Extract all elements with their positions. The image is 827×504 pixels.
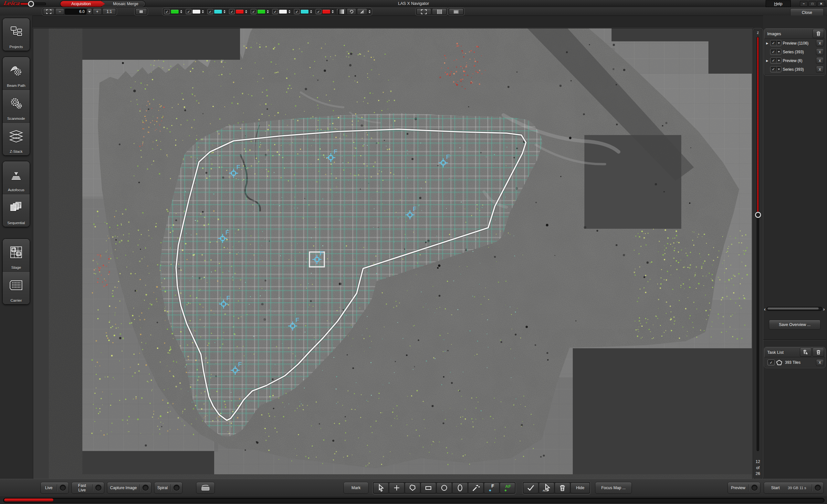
remove-image-button[interactable]: X [816, 57, 824, 64]
z-slider-thumb[interactable] [755, 212, 761, 218]
focus-point-selected[interactable]: F [309, 250, 324, 267]
horizontal-scrollbar[interactable]: ‹ › [764, 306, 825, 311]
task-checkbox[interactable]: ✓ [768, 360, 775, 365]
blend-mode-icon[interactable] [357, 8, 367, 15]
mosaic-overview-image[interactable]: FFFFFFFFF [33, 29, 752, 479]
cycle-channels-icon[interactable] [347, 8, 356, 15]
task-row-393-tiles[interactable]: ✓ 393 Tiles X [764, 357, 825, 368]
intensity-slider[interactable] [20, 3, 46, 5]
image-row-preview-1106[interactable]: ▶ ✓ Preview (1106) X [764, 39, 825, 48]
sidebar-item-sequential[interactable]: 123 Sequential [3, 194, 30, 227]
mark-button[interactable]: Mark [343, 482, 369, 494]
circle-region-tool[interactable] [436, 482, 452, 493]
delete-selected-tasks-icon[interactable] [800, 348, 812, 357]
channel-7-spinner[interactable] [309, 10, 313, 13]
sidebar-item-projects[interactable]: Projects [3, 18, 30, 51]
sidebar-item-scanmode[interactable]: Scanmode [3, 90, 30, 123]
channel-5-color-swatch[interactable] [257, 9, 265, 14]
channel-6-color-swatch[interactable] [279, 9, 287, 14]
channel-6-checkbox[interactable]: ✓ [272, 9, 278, 14]
magic-wand-tool[interactable] [468, 482, 484, 493]
tab-mosaic-merge[interactable]: Mosaic Merge [102, 1, 145, 7]
remove-image-button[interactable]: X [816, 48, 824, 55]
spiral-button[interactable]: Spiral [154, 482, 183, 494]
expand-icon[interactable]: ▶ [766, 42, 769, 45]
z-slider-track[interactable] [757, 37, 759, 451]
stage-keypad-button[interactable] [196, 482, 215, 494]
fit-frame-icon[interactable] [417, 8, 431, 15]
add-focus-point-tool[interactable]: F [484, 482, 499, 493]
image-row-series-393-b[interactable]: ✓ Series (393) X [764, 65, 825, 75]
apply-selection-tool[interactable] [523, 482, 538, 493]
scroll-left-icon[interactable]: ‹ [764, 307, 766, 311]
scroll-right-icon[interactable]: › [823, 307, 825, 311]
select-all-tool[interactable]: ALL [539, 482, 554, 493]
zoom-in-button[interactable]: + [93, 8, 102, 15]
remove-task-button[interactable]: X [816, 359, 824, 366]
delete-images-icon[interactable] [813, 29, 824, 38]
channel-3-color-swatch[interactable] [214, 9, 222, 14]
close-window-icon[interactable]: ✕ [817, 1, 825, 6]
channel-2-checkbox[interactable]: ✓ [186, 9, 192, 14]
image-row-preview-6[interactable]: ▶ ✓ Preview (6) X [764, 56, 825, 65]
channel-7-checkbox[interactable]: ✓ [294, 9, 300, 14]
channel-2-spinner[interactable] [201, 10, 204, 13]
channel-4-checkbox[interactable]: ✓ [229, 9, 235, 14]
channel-8-spinner[interactable] [331, 10, 334, 13]
tab-acquisition[interactable]: Acquisition [60, 1, 105, 7]
channel-3-spinner[interactable] [223, 10, 226, 13]
intensity-slider-knob[interactable] [28, 1, 34, 7]
stage-boundary-icon[interactable] [135, 8, 147, 15]
sidebar-item-z-stack[interactable]: Z-Stack [3, 123, 30, 155]
zoom-dropdown-icon[interactable] [87, 8, 92, 15]
channel-1-color-swatch[interactable] [171, 9, 179, 14]
add-point-tool[interactable] [389, 482, 404, 493]
live-button[interactable]: Live [40, 482, 69, 494]
ellipse-region-tool[interactable] [452, 482, 468, 493]
dense-grid-icon[interactable] [449, 8, 464, 15]
delete-region-tool[interactable] [555, 482, 570, 493]
hide-regions-button[interactable]: Hide [571, 482, 590, 493]
fit-to-view-icon[interactable] [43, 8, 55, 15]
channel-7-color-swatch[interactable] [300, 9, 309, 14]
channel-2-color-swatch[interactable] [192, 9, 201, 14]
channel-5-spinner[interactable] [266, 10, 270, 13]
zoom-out-button[interactable]: − [55, 8, 64, 15]
channel-5-checkbox[interactable]: ✓ [251, 9, 256, 14]
maximize-icon[interactable]: □ [809, 1, 816, 6]
rectangle-region-tool[interactable] [421, 482, 436, 493]
scrollbar-thumb[interactable] [768, 308, 819, 309]
visibility-combo[interactable]: ✓ [770, 40, 781, 46]
channel-4-color-swatch[interactable] [236, 9, 244, 14]
remove-image-button[interactable]: X [816, 40, 824, 47]
grayscale-gradient-icon[interactable] [336, 8, 346, 15]
image-row-series-393[interactable]: ✓ Series (393) X [764, 48, 825, 56]
save-overview-button[interactable]: Save Overview ... [769, 320, 821, 330]
select-tool[interactable] [373, 482, 389, 493]
help-menu[interactable]: Help [766, 0, 791, 7]
channel-8-checkbox[interactable]: ✓ [315, 9, 322, 14]
polygon-region-tool[interactable] [405, 482, 420, 493]
navigator-canvas[interactable]: FFFFFFFFF [33, 28, 753, 480]
channel-8-color-swatch[interactable] [322, 9, 331, 14]
preview-scan-button[interactable]: Preview [728, 482, 761, 494]
sidebar-item-beam-path[interactable]: Beam Path [3, 57, 30, 90]
channel-1-checkbox[interactable]: ✓ [164, 9, 170, 14]
tile-grid-icon[interactable] [432, 8, 447, 15]
expand-icon[interactable]: ▶ [766, 59, 769, 62]
capture-image-button[interactable]: Capture Image [107, 482, 151, 494]
channel-6-spinner[interactable] [288, 10, 291, 13]
visibility-combo[interactable]: ✓ [770, 57, 781, 64]
remove-image-button[interactable]: X [816, 66, 824, 73]
channel-1-spinner[interactable] [180, 10, 183, 13]
focus-map-button[interactable]: Focus Map ... [595, 482, 632, 494]
channel-4-spinner[interactable] [245, 10, 248, 13]
sidebar-item-carrier[interactable]: Carrier [3, 272, 30, 304]
sidebar-item-stage[interactable]: Stage [3, 239, 30, 272]
z-slider[interactable]: z 12 of 26 [753, 28, 763, 480]
sidebar-item-autofocus[interactable]: Autofocus [3, 161, 30, 194]
start-scan-button[interactable]: Start 39 GB 11 s [764, 482, 824, 494]
delete-all-tasks-icon[interactable] [813, 348, 824, 357]
visibility-combo[interactable]: ✓ [770, 49, 781, 55]
zoom-value-field[interactable]: 6.0 [65, 9, 86, 14]
